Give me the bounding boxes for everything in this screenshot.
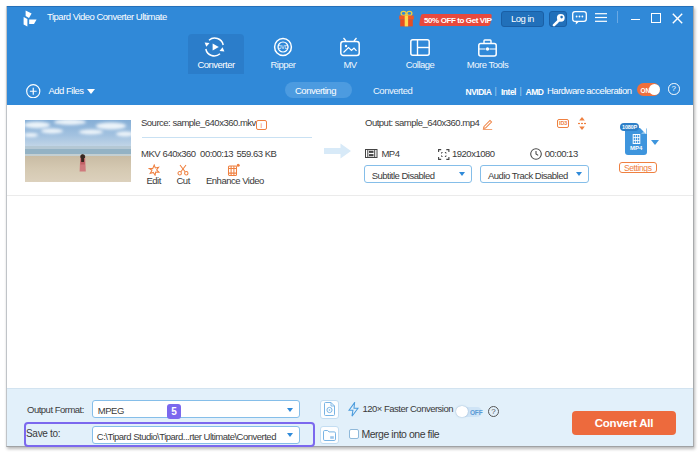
svg-text:DVD: DVD — [278, 44, 289, 50]
